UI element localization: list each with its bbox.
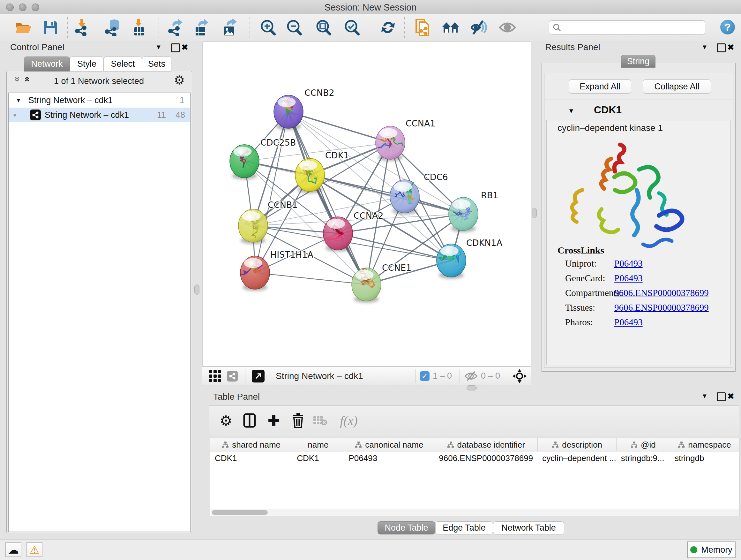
- column-header-shared-name[interactable]: shared name: [210, 438, 292, 451]
- open-session-button[interactable]: [15, 18, 32, 37]
- help-button[interactable]: ?: [720, 20, 735, 35]
- control-panel-float-button[interactable]: ▼: [155, 44, 162, 51]
- crosslink-uniprot-link[interactable]: P06493: [614, 258, 643, 269]
- results-panel-close-button[interactable]: ✖: [727, 43, 734, 52]
- home-button[interactable]: [442, 18, 460, 37]
- table-cell[interactable]: CDK1: [210, 453, 292, 463]
- crosslink-pharos-link[interactable]: P06493: [614, 317, 643, 327]
- import-table-button[interactable]: [130, 18, 148, 37]
- table-cell[interactable]: stringdb:9...: [616, 453, 670, 463]
- network-node[interactable]: [230, 145, 259, 179]
- column-header-name[interactable]: name: [292, 438, 344, 451]
- zoom-in-button[interactable]: [259, 18, 277, 37]
- export-table-button[interactable]: [193, 18, 211, 37]
- results-panel-maximize-button[interactable]: [717, 44, 726, 54]
- table-cell[interactable]: cyclin–dependent ...: [538, 453, 616, 463]
- show-columns-button[interactable]: [240, 410, 259, 431]
- horizontal-splitter-handle[interactable]: [467, 385, 477, 390]
- entry-collapse-icon[interactable]: ▼: [568, 107, 575, 115]
- tab-style[interactable]: Style: [70, 57, 104, 71]
- network-tree-item-row[interactable]: ● String Network – cdk1 11 48: [9, 108, 190, 122]
- network-node[interactable]: [449, 197, 478, 232]
- column-header-canonical-name[interactable]: canonical name: [344, 438, 434, 451]
- column-header-description[interactable]: description: [538, 438, 616, 451]
- control-panel-maximize-button[interactable]: [171, 44, 180, 54]
- network-node[interactable]: [323, 217, 353, 252]
- import-network-button[interactable]: [74, 18, 91, 37]
- network-node[interactable]: [436, 244, 466, 279]
- function-builder-button[interactable]: f(x): [334, 410, 363, 431]
- cloud-status-button[interactable]: ☁: [5, 543, 21, 557]
- network-node[interactable]: [239, 209, 268, 244]
- birdseye-view-button[interactable]: [250, 370, 266, 382]
- expand-all-button[interactable]: Expand All: [569, 79, 631, 94]
- network-tree-root-row[interactable]: ▼ String Network – cdk1 1: [9, 93, 190, 108]
- table-panel-float-button[interactable]: ▼: [701, 392, 708, 400]
- network-share-button[interactable]: [224, 371, 241, 381]
- network-options-gear-icon[interactable]: ⚙: [174, 73, 185, 87]
- crosslink-compartments-link[interactable]: 9606.ENSP00000378699: [614, 288, 709, 298]
- tab-sets[interactable]: Sets: [142, 57, 172, 71]
- share-document-button[interactable]: [414, 18, 432, 37]
- network-node[interactable]: [240, 256, 270, 291]
- column-header-namespace[interactable]: namespace: [670, 438, 739, 451]
- tab-edge-table[interactable]: Edge Table: [435, 521, 493, 535]
- tab-network-table[interactable]: Network Table: [493, 521, 564, 535]
- network-node[interactable]: [390, 180, 419, 214]
- table-cell[interactable]: CDK1: [292, 453, 344, 463]
- network-node[interactable]: [352, 268, 381, 303]
- memory-button[interactable]: Memory: [687, 542, 736, 558]
- table-settings-gear-icon[interactable]: ⚙: [216, 410, 235, 431]
- network-edge[interactable]: [288, 112, 390, 143]
- network-edge[interactable]: [255, 273, 366, 285]
- selected-nodes-checkbox[interactable]: ✓: [420, 371, 429, 381]
- network-node[interactable]: [274, 95, 303, 130]
- save-session-button[interactable]: [42, 18, 60, 37]
- results-panel-float-button[interactable]: ▼: [701, 44, 708, 51]
- table-cell[interactable]: stringdb: [670, 453, 739, 463]
- collapse-all-button[interactable]: Collapse All: [643, 79, 711, 94]
- zoom-out-button[interactable]: [285, 18, 303, 37]
- crosslink-tissues-link[interactable]: 9606.ENSP00000378699: [614, 302, 709, 313]
- search-input[interactable]: [561, 21, 705, 34]
- tab-string[interactable]: String: [621, 55, 656, 68]
- table-row[interactable]: CDK1CDK1P064939606.ENSP00000378699cyclin…: [210, 451, 739, 465]
- export-network-button[interactable]: [167, 18, 185, 37]
- export-image-button[interactable]: [221, 18, 239, 37]
- grid-view-button[interactable]: [206, 370, 224, 382]
- vertical-splitter-handle[interactable]: [194, 285, 199, 295]
- column-header-label: canonical name: [365, 440, 423, 450]
- tab-select[interactable]: Select: [104, 57, 142, 71]
- fit-content-crosshair-button[interactable]: [513, 369, 527, 383]
- hidden-elements-icon[interactable]: [464, 371, 478, 381]
- table-panel-maximize-button[interactable]: [717, 392, 726, 402]
- control-panel-close-button[interactable]: ✖: [181, 43, 188, 52]
- hide-panels-button[interactable]: [470, 18, 488, 37]
- delete-column-button[interactable]: [288, 410, 308, 431]
- table-horizontal-scrollbar[interactable]: [211, 509, 739, 516]
- column-header-database-identifier[interactable]: database identifier: [434, 438, 538, 451]
- scrollbar-thumb[interactable]: [212, 510, 268, 515]
- zoom-fit-button[interactable]: [314, 18, 332, 37]
- column-header--id[interactable]: @id: [616, 438, 670, 451]
- vertical-splitter-handle[interactable]: [532, 208, 537, 218]
- show-panels-button[interactable]: [498, 18, 516, 37]
- refresh-button[interactable]: [379, 18, 397, 37]
- tab-network[interactable]: Network: [24, 57, 70, 71]
- string-network-graph[interactable]: CCNB2CCNA1CDC25BCDK1CDC6RB1CCNB1CCNA2CDK…: [203, 42, 531, 366]
- network-node[interactable]: [376, 126, 405, 161]
- delete-table-button[interactable]: [311, 410, 330, 431]
- warnings-button[interactable]: ⚠: [26, 543, 43, 557]
- zoom-selected-button[interactable]: [343, 18, 360, 37]
- tree-expand-icon[interactable]: ▼: [16, 97, 21, 104]
- table-cell[interactable]: P06493: [344, 453, 434, 463]
- add-column-button[interactable]: ✚: [264, 410, 283, 431]
- network-node[interactable]: [295, 159, 325, 193]
- table-panel-close-button[interactable]: ✖: [727, 391, 734, 401]
- tab-node-table[interactable]: Node Table: [378, 521, 435, 535]
- network-canvas[interactable]: CCNB2CCNA1CDC25BCDK1CDC6RB1CCNB1CCNA2CDK…: [202, 42, 531, 367]
- table-cell[interactable]: 9606.ENSP00000378699: [434, 453, 538, 463]
- crosslink-genecard-link[interactable]: P06493: [614, 273, 643, 284]
- network-edge[interactable]: [255, 112, 288, 273]
- import-network-from-database-button[interactable]: [105, 18, 122, 37]
